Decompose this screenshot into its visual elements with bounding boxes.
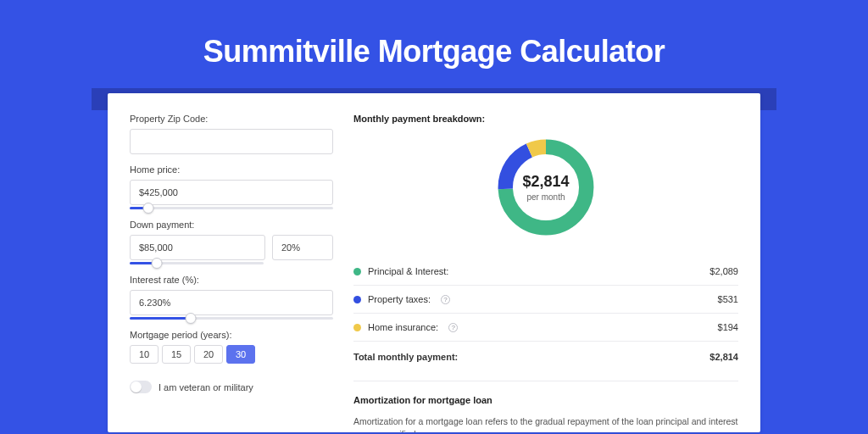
- interest-slider-fill: [130, 317, 191, 320]
- zip-label: Property Zip Code:: [130, 114, 333, 124]
- legend-dot-icon: [353, 324, 361, 331]
- home-price-group: Home price:: [130, 164, 333, 209]
- legend-dot-icon: [353, 296, 361, 303]
- legend-total-label: Total monthly payment:: [353, 352, 458, 362]
- down-payment-label: Down payment:: [130, 220, 333, 230]
- legend-label: Property taxes:: [368, 294, 431, 304]
- down-payment-input[interactable]: [130, 235, 265, 260]
- zip-input[interactable]: [130, 129, 333, 154]
- info-icon[interactable]: ?: [448, 323, 458, 332]
- legend-value: $194: [718, 322, 738, 332]
- breakdown-column: Monthly payment breakdown: $2,814 per mo…: [353, 114, 738, 432]
- legend-label: Principal & Interest:: [368, 266, 448, 276]
- down-payment-group: Down payment:: [130, 220, 333, 264]
- legend-value: $2,089: [709, 266, 738, 276]
- period-button-30[interactable]: 30: [226, 345, 255, 364]
- veteran-toggle-knob: [131, 381, 142, 392]
- legend-row: Home insurance:?$194: [353, 314, 738, 341]
- page-title: Summitville Mortgage Calculator: [0, 34, 868, 70]
- amortization-body: Amortization for a mortgage loan refers …: [353, 415, 738, 432]
- veteran-row: I am veteran or military: [130, 381, 333, 393]
- interest-input[interactable]: [130, 290, 333, 315]
- legend-row: Principal & Interest:$2,089: [353, 258, 738, 285]
- legend-value: $531: [718, 294, 738, 304]
- legend: Principal & Interest:$2,089Property taxe…: [353, 258, 738, 341]
- down-payment-slider[interactable]: [130, 262, 264, 264]
- donut-chart-wrap: $2,814 per month: [353, 134, 738, 241]
- legend-row: Property taxes:?$531: [353, 286, 738, 313]
- period-button-10[interactable]: 10: [130, 345, 159, 364]
- home-price-label: Home price:: [130, 164, 333, 175]
- legend-total-row: Total monthly payment: $2,814: [353, 341, 738, 370]
- donut-chart: $2,814 per month: [492, 134, 599, 241]
- period-button-20[interactable]: 20: [194, 345, 223, 364]
- home-price-slider[interactable]: [130, 207, 333, 209]
- legend-label: Home insurance:: [368, 322, 438, 332]
- interest-label: Interest rate (%):: [130, 275, 333, 285]
- zip-group: Property Zip Code:: [130, 114, 333, 154]
- calculator-card: Property Zip Code: Home price: Down paym…: [108, 93, 760, 432]
- period-label: Mortgage period (years):: [130, 330, 333, 340]
- interest-group: Interest rate (%):: [130, 275, 333, 320]
- home-price-input[interactable]: [130, 180, 333, 205]
- period-button-15[interactable]: 15: [162, 345, 191, 364]
- donut-sub: per month: [526, 192, 565, 202]
- info-icon[interactable]: ?: [441, 295, 450, 304]
- amortization-title: Amortization for mortgage loan: [353, 395, 738, 405]
- veteran-label: I am veteran or military: [159, 382, 253, 392]
- down-payment-pct-input[interactable]: [272, 235, 333, 260]
- home-price-slider-thumb[interactable]: [142, 203, 153, 214]
- interest-slider-thumb[interactable]: [186, 313, 197, 324]
- interest-slider[interactable]: [130, 317, 333, 320]
- breakdown-title: Monthly payment breakdown:: [353, 114, 738, 124]
- donut-center: $2,814 per month: [492, 134, 599, 241]
- legend-dot-icon: [353, 268, 361, 275]
- form-column: Property Zip Code: Home price: Down paym…: [130, 114, 333, 432]
- period-group: Mortgage period (years): 10152030: [130, 330, 333, 364]
- donut-amount: $2,814: [522, 173, 569, 191]
- down-payment-slider-thumb[interactable]: [151, 258, 162, 269]
- amortization-section: Amortization for mortgage loan Amortizat…: [353, 381, 738, 432]
- veteran-toggle[interactable]: [130, 381, 152, 393]
- legend-total-value: $2,814: [709, 352, 738, 362]
- period-buttons: 10152030: [130, 345, 333, 364]
